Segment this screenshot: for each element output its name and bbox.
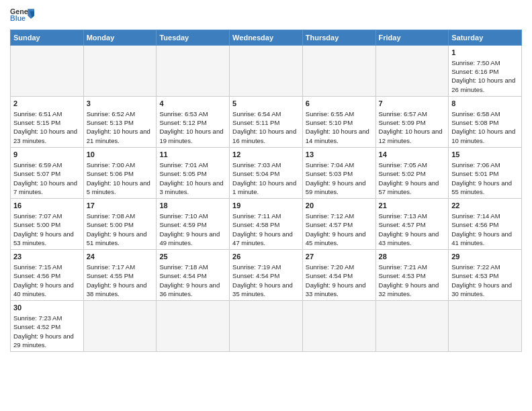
day-number: 28 — [379, 252, 446, 262]
calendar-cell: 22Sunrise: 7:14 AM Sunset: 4:56 PM Dayli… — [449, 199, 522, 250]
calendar-cell: 13Sunrise: 7:04 AM Sunset: 5:03 PM Dayli… — [302, 148, 375, 199]
calendar-cell: 20Sunrise: 7:12 AM Sunset: 4:57 PM Dayli… — [302, 199, 375, 250]
day-info: Sunrise: 7:22 AM Sunset: 4:53 PM Dayligh… — [451, 263, 519, 298]
day-number: 2 — [13, 99, 81, 109]
generalblue-logo-icon: General Blue — [10, 7, 34, 26]
day-number: 20 — [306, 201, 373, 211]
day-info: Sunrise: 6:53 AM Sunset: 5:12 PM Dayligh… — [159, 109, 226, 145]
day-info: Sunrise: 7:20 AM Sunset: 4:54 PM Dayligh… — [306, 263, 373, 298]
calendar-cell — [375, 301, 449, 352]
day-number: 7 — [379, 99, 446, 109]
day-info: Sunrise: 7:06 AM Sunset: 5:01 PM Dayligh… — [451, 161, 519, 196]
weekday-header-row: SundayMondayTuesdayWednesdayThursdayFrid… — [11, 30, 522, 46]
calendar-cell: 21Sunrise: 7:13 AM Sunset: 4:57 PM Dayli… — [375, 199, 449, 250]
day-number: 19 — [232, 201, 300, 211]
day-number: 23 — [13, 252, 81, 262]
calendar-cell: 23Sunrise: 7:15 AM Sunset: 4:56 PM Dayli… — [11, 250, 84, 301]
day-number: 10 — [87, 150, 154, 160]
calendar-cell: 8Sunrise: 6:58 AM Sunset: 5:08 PM Daylig… — [449, 97, 522, 148]
day-number: 8 — [451, 99, 519, 109]
day-info: Sunrise: 6:57 AM Sunset: 5:09 PM Dayligh… — [379, 109, 446, 145]
day-number: 5 — [232, 99, 300, 109]
day-number: 30 — [13, 303, 81, 313]
calendar-cell — [83, 301, 157, 352]
day-number: 22 — [451, 201, 519, 211]
day-info: Sunrise: 7:08 AM Sunset: 5:00 PM Dayligh… — [87, 212, 154, 247]
day-number: 6 — [306, 99, 373, 109]
calendar-cell — [449, 301, 522, 352]
calendar-cell — [11, 46, 84, 97]
day-info: Sunrise: 6:55 AM Sunset: 5:10 PM Dayligh… — [306, 109, 373, 145]
day-number: 29 — [451, 252, 519, 262]
day-info: Sunrise: 7:21 AM Sunset: 4:53 PM Dayligh… — [379, 263, 446, 298]
day-info: Sunrise: 7:07 AM Sunset: 5:00 PM Dayligh… — [13, 212, 81, 247]
day-info: Sunrise: 7:18 AM Sunset: 4:54 PM Dayligh… — [159, 263, 226, 298]
day-info: Sunrise: 7:14 AM Sunset: 4:56 PM Dayligh… — [451, 212, 519, 247]
calendar-cell: 10Sunrise: 7:00 AM Sunset: 5:06 PM Dayli… — [83, 148, 157, 199]
logo: General Blue — [10, 7, 34, 26]
calendar-cell: 26Sunrise: 7:19 AM Sunset: 4:54 PM Dayli… — [230, 250, 303, 301]
calendar-cell: 15Sunrise: 7:06 AM Sunset: 5:01 PM Dayli… — [449, 148, 522, 199]
calendar-cell: 27Sunrise: 7:20 AM Sunset: 4:54 PM Dayli… — [302, 250, 375, 301]
day-info: Sunrise: 6:58 AM Sunset: 5:08 PM Dayligh… — [451, 109, 519, 145]
weekday-header-monday: Monday — [83, 30, 157, 46]
weekday-header-sunday: Sunday — [11, 30, 84, 46]
page: General Blue SundayMondayTuesdayWednesda… — [0, 0, 532, 411]
weekday-header-thursday: Thursday — [302, 30, 375, 46]
header: General Blue — [10, 7, 522, 26]
day-number: 18 — [159, 201, 226, 211]
calendar-cell: 11Sunrise: 7:01 AM Sunset: 5:05 PM Dayli… — [157, 148, 230, 199]
calendar-cell: 6Sunrise: 6:55 AM Sunset: 5:10 PM Daylig… — [302, 97, 375, 148]
day-number: 21 — [379, 201, 446, 211]
day-info: Sunrise: 7:10 AM Sunset: 4:59 PM Dayligh… — [159, 212, 226, 247]
calendar-cell: 24Sunrise: 7:17 AM Sunset: 4:55 PM Dayli… — [83, 250, 157, 301]
calendar-cell: 29Sunrise: 7:22 AM Sunset: 4:53 PM Dayli… — [449, 250, 522, 301]
calendar-cell — [302, 46, 375, 97]
day-number: 24 — [87, 252, 154, 262]
day-number: 11 — [159, 150, 226, 160]
calendar-cell: 30Sunrise: 7:23 AM Sunset: 4:52 PM Dayli… — [11, 301, 84, 352]
calendar-header: SundayMondayTuesdayWednesdayThursdayFrid… — [11, 30, 522, 46]
calendar-cell: 18Sunrise: 7:10 AM Sunset: 4:59 PM Dayli… — [157, 199, 230, 250]
calendar-week-row: 23Sunrise: 7:15 AM Sunset: 4:56 PM Dayli… — [11, 250, 522, 301]
calendar-week-row: 1Sunrise: 7:50 AM Sunset: 6:16 PM Daylig… — [11, 46, 522, 97]
calendar-cell: 28Sunrise: 7:21 AM Sunset: 4:53 PM Dayli… — [375, 250, 449, 301]
calendar-cell — [230, 46, 303, 97]
day-number: 12 — [232, 150, 300, 160]
calendar-table: SundayMondayTuesdayWednesdayThursdayFrid… — [10, 30, 522, 352]
calendar-cell: 14Sunrise: 7:05 AM Sunset: 5:02 PM Dayli… — [375, 148, 449, 199]
day-info: Sunrise: 6:59 AM Sunset: 5:07 PM Dayligh… — [13, 161, 81, 196]
day-info: Sunrise: 7:50 AM Sunset: 6:16 PM Dayligh… — [451, 58, 519, 94]
day-number: 16 — [13, 201, 81, 211]
calendar-cell — [157, 46, 230, 97]
calendar-cell: 5Sunrise: 6:54 AM Sunset: 5:11 PM Daylig… — [230, 97, 303, 148]
calendar-cell: 19Sunrise: 7:11 AM Sunset: 4:58 PM Dayli… — [230, 199, 303, 250]
day-info: Sunrise: 7:23 AM Sunset: 4:52 PM Dayligh… — [13, 314, 81, 349]
day-info: Sunrise: 7:04 AM Sunset: 5:03 PM Dayligh… — [306, 161, 373, 196]
day-number: 1 — [451, 48, 519, 58]
calendar-cell — [157, 301, 230, 352]
day-info: Sunrise: 6:51 AM Sunset: 5:15 PM Dayligh… — [13, 109, 81, 145]
weekday-header-tuesday: Tuesday — [157, 30, 230, 46]
day-info: Sunrise: 6:54 AM Sunset: 5:11 PM Dayligh… — [232, 109, 300, 145]
day-info: Sunrise: 7:12 AM Sunset: 4:57 PM Dayligh… — [306, 212, 373, 247]
day-info: Sunrise: 7:19 AM Sunset: 4:54 PM Dayligh… — [232, 263, 300, 298]
calendar-cell: 25Sunrise: 7:18 AM Sunset: 4:54 PM Dayli… — [157, 250, 230, 301]
calendar-cell — [302, 301, 375, 352]
day-number: 17 — [87, 201, 154, 211]
weekday-header-saturday: Saturday — [449, 30, 522, 46]
day-number: 26 — [232, 252, 300, 262]
day-info: Sunrise: 7:03 AM Sunset: 5:04 PM Dayligh… — [232, 161, 300, 196]
day-number: 13 — [306, 150, 373, 160]
day-info: Sunrise: 7:11 AM Sunset: 4:58 PM Dayligh… — [232, 212, 300, 247]
calendar-week-row: 2Sunrise: 6:51 AM Sunset: 5:15 PM Daylig… — [11, 97, 522, 148]
day-info: Sunrise: 7:15 AM Sunset: 4:56 PM Dayligh… — [13, 263, 81, 298]
calendar-cell: 9Sunrise: 6:59 AM Sunset: 5:07 PM Daylig… — [11, 148, 84, 199]
calendar-week-row: 16Sunrise: 7:07 AM Sunset: 5:00 PM Dayli… — [11, 199, 522, 250]
day-info: Sunrise: 7:17 AM Sunset: 4:55 PM Dayligh… — [87, 263, 154, 298]
calendar-body: 1Sunrise: 7:50 AM Sunset: 6:16 PM Daylig… — [11, 46, 522, 352]
day-info: Sunrise: 7:00 AM Sunset: 5:06 PM Dayligh… — [87, 161, 154, 196]
calendar-cell: 2Sunrise: 6:51 AM Sunset: 5:15 PM Daylig… — [11, 97, 84, 148]
calendar-cell: 12Sunrise: 7:03 AM Sunset: 5:04 PM Dayli… — [230, 148, 303, 199]
day-info: Sunrise: 7:01 AM Sunset: 5:05 PM Dayligh… — [159, 161, 226, 196]
